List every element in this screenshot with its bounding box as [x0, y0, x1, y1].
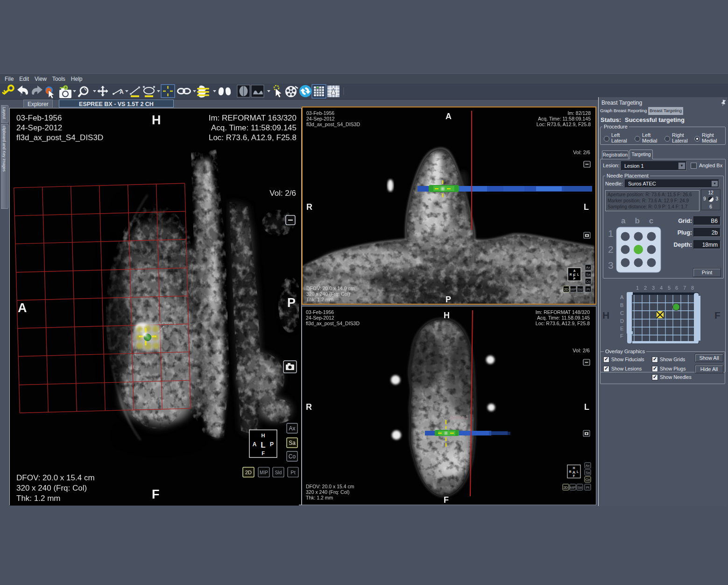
- svg-text:F: F: [152, 487, 160, 501]
- svg-text:A: A: [573, 470, 576, 475]
- svg-text:P: P: [287, 296, 296, 310]
- svg-text:8: 8: [691, 285, 694, 291]
- svg-text:2: 2: [644, 285, 647, 291]
- svg-text:F: F: [714, 310, 721, 321]
- svg-text:Ax: Ax: [586, 464, 590, 468]
- svg-text:Im: 82/128: Im: 82/128: [567, 110, 591, 116]
- svg-text:H: H: [573, 466, 575, 470]
- svg-text:fl3d_ax_post_S4_DIS3D: fl3d_ax_post_S4_DIS3D: [306, 121, 360, 127]
- svg-text:H: H: [602, 310, 609, 321]
- svg-text:L: L: [584, 402, 589, 412]
- svg-text:F: F: [573, 474, 575, 478]
- svg-text:Thk: 1.2 mm: Thk: 1.2 mm: [16, 494, 60, 503]
- svg-text:DFOV: 20.0 x 15.4 cm: DFOV: 20.0 x 15.4 cm: [306, 484, 354, 489]
- svg-text:Lesion 1: Lesion 1: [451, 415, 468, 420]
- svg-text:A: A: [573, 269, 576, 272]
- svg-text:7: 7: [683, 285, 686, 291]
- svg-text:1: 1: [636, 285, 639, 291]
- svg-text:MIP: MIP: [260, 470, 268, 475]
- svg-text:E: E: [620, 326, 623, 331]
- svg-text:DFOV: 20.0 x 14.0 cm: DFOV: 20.0 x 14.0 cm: [306, 285, 355, 291]
- svg-text:3: 3: [652, 285, 655, 291]
- svg-text:L: L: [577, 470, 579, 473]
- svg-text:2D: 2D: [564, 287, 569, 292]
- svg-text:03-Feb-1956: 03-Feb-1956: [16, 114, 62, 122]
- svg-text:A: A: [620, 294, 624, 300]
- svg-text:Sa: Sa: [586, 272, 591, 277]
- svg-text:2D: 2D: [245, 470, 252, 475]
- svg-text:DFOV: 20.0 x 15.4 cm: DFOV: 20.0 x 15.4 cm: [16, 473, 95, 482]
- svg-text:Acq. Time: 11.58.09.145: Acq. Time: 11.58.09.145: [537, 315, 590, 321]
- svg-text:F: F: [262, 450, 265, 456]
- svg-text:H: H: [444, 311, 450, 320]
- svg-text:fl3d_ax_post_S4_DIS3D: fl3d_ax_post_S4_DIS3D: [306, 321, 360, 326]
- svg-text:Sa: Sa: [289, 440, 296, 446]
- svg-text:Sld: Sld: [578, 486, 582, 489]
- svg-text:F: F: [444, 495, 449, 505]
- svg-text:D: D: [620, 318, 624, 324]
- svg-text:Pt: Pt: [587, 287, 590, 292]
- svg-text:Thk: 1.2 mm: Thk: 1.2 mm: [306, 297, 334, 302]
- svg-text:320 x 240 (Frq: Col): 320 x 240 (Frq: Col): [306, 489, 349, 495]
- svg-text:L: L: [577, 273, 579, 276]
- svg-text:320 x 240 (Frq: Col): 320 x 240 (Frq: Col): [16, 484, 87, 492]
- svg-text:R: R: [306, 402, 312, 412]
- svg-text:R: R: [306, 202, 312, 212]
- svg-text:24-Sep-2012: 24-Sep-2012: [16, 123, 62, 132]
- svg-text:24-Sep-2012: 24-Sep-2012: [306, 116, 335, 121]
- svg-text:A: A: [18, 301, 27, 315]
- svg-text:Vol: 2/6: Vol: 2/6: [573, 348, 590, 353]
- svg-text:Ax: Ax: [289, 425, 295, 432]
- svg-text:A: A: [253, 441, 257, 448]
- svg-text:L: L: [584, 202, 589, 212]
- svg-text:Ax: Ax: [586, 265, 590, 270]
- svg-text:Lesion 1: Lesion 1: [159, 320, 176, 325]
- svg-text:MIP: MIP: [571, 288, 576, 291]
- svg-text:6: 6: [675, 285, 678, 291]
- svg-text:R: R: [570, 273, 572, 276]
- svg-text:Sld: Sld: [578, 288, 583, 291]
- svg-text:R: R: [569, 470, 572, 473]
- svg-text:03-Feb-1956: 03-Feb-1956: [306, 309, 334, 315]
- svg-text:MIP: MIP: [570, 486, 576, 489]
- svg-text:Pt: Pt: [586, 485, 590, 490]
- svg-text:Im: REFORMAT 163/320: Im: REFORMAT 163/320: [209, 114, 297, 122]
- svg-text:B: B: [620, 302, 623, 308]
- svg-text:A: A: [120, 89, 124, 95]
- svg-text:Pt: Pt: [290, 470, 295, 475]
- svg-text:Thk: 1.2 mm: Thk: 1.2 mm: [306, 495, 333, 500]
- svg-text:fl3d_ax_post_S4_DIS3D: fl3d_ax_post_S4_DIS3D: [16, 133, 103, 142]
- svg-text:Sa: Sa: [586, 471, 590, 475]
- svg-text:Vol: 2/6: Vol: 2/6: [573, 150, 590, 155]
- svg-text:320 x 240 (Frq: Col): 320 x 240 (Frq: Col): [306, 291, 350, 297]
- svg-text:P: P: [445, 295, 451, 304]
- svg-text:P: P: [573, 277, 576, 280]
- svg-text:A: A: [445, 112, 452, 121]
- svg-text:5: 5: [668, 285, 671, 291]
- svg-text:F: F: [573, 273, 576, 278]
- svg-text:03-Feb-1956: 03-Feb-1956: [306, 110, 334, 116]
- svg-text:P: P: [270, 441, 274, 448]
- svg-text:Co: Co: [289, 453, 296, 460]
- svg-text:Acq. Time: 11:58:09.145: Acq. Time: 11:58:09.145: [538, 116, 591, 121]
- svg-text:Im: REFORMAT 148/320: Im: REFORMAT 148/320: [536, 309, 590, 315]
- svg-text:Loc: R73.6, A12.9, F25.8: Loc: R73.6, A12.9, F25.8: [209, 133, 297, 142]
- svg-text:Sld: Sld: [275, 470, 282, 475]
- svg-text:Co: Co: [586, 478, 590, 482]
- svg-text:F: F: [620, 333, 623, 339]
- svg-text:L: L: [261, 441, 265, 449]
- svg-text:Vol: 2/6: Vol: 2/6: [269, 189, 296, 198]
- svg-text:Loc: R73.6, A12.9, F25.8: Loc: R73.6, A12.9, F25.8: [537, 121, 591, 127]
- svg-text:2D: 2D: [564, 485, 568, 490]
- svg-text:C: C: [620, 310, 624, 316]
- svg-text:4: 4: [660, 285, 663, 291]
- svg-text:Co: Co: [586, 279, 591, 284]
- svg-text:Loc: R73.6, A12.9, F25.8: Loc: R73.6, A12.9, F25.8: [536, 321, 590, 326]
- svg-text:H: H: [262, 433, 265, 438]
- svg-text:Acq. Time: 11:58:09.145: Acq. Time: 11:58:09.145: [211, 123, 297, 132]
- svg-text:24-Sep-2012: 24-Sep-2012: [306, 315, 334, 321]
- svg-text:H: H: [152, 113, 161, 127]
